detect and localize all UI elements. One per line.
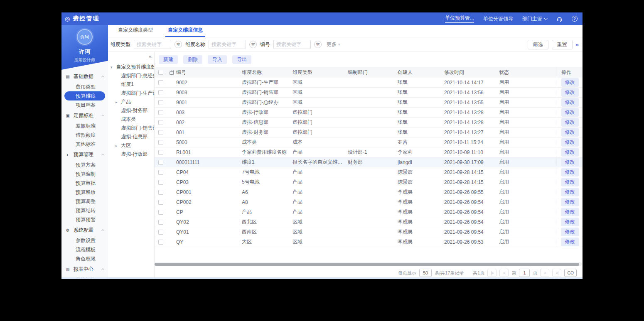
- last-page-button[interactable]: >|: [552, 269, 561, 277]
- row-checkbox[interactable]: [158, 190, 163, 195]
- tree-item[interactable]: 虚拟-财务部: [108, 106, 154, 115]
- filter-empty-button[interactable]: 空: [314, 41, 322, 48]
- table-row[interactable]: QY 大区 区域 李成昊 2021-09-26 09:53 启用 修改: [155, 237, 583, 247]
- edit-button[interactable]: 修改: [561, 138, 579, 147]
- prev-page-button[interactable]: <: [499, 269, 509, 277]
- scrollbar-thumb[interactable]: [155, 263, 579, 266]
- row-checkbox[interactable]: [158, 130, 163, 135]
- tree-item[interactable]: 成本类: [108, 115, 154, 124]
- filter-input[interactable]: [209, 40, 246, 49]
- sidebar-group-header[interactable]: ▤ 基础数据: [61, 71, 108, 82]
- filter-button[interactable]: 筛选: [528, 40, 548, 49]
- sidebar-item[interactable]: 预算释放: [61, 188, 108, 197]
- row-checkbox[interactable]: [158, 170, 163, 175]
- edit-button[interactable]: 修改: [561, 148, 579, 157]
- sidebar-item[interactable]: 角色权限: [61, 254, 108, 263]
- row-checkbox[interactable]: [158, 100, 163, 105]
- table-row[interactable]: QY01 西南区 区域 李成昊 2021-09-26 09:54 启用 修改: [155, 227, 583, 237]
- sidebar-group-header[interactable]: ▣ 定额标准: [61, 110, 108, 121]
- table-row[interactable]: 000011111 维度1 很长名字的自定义维度43 财务部 jiangdi 2…: [155, 157, 583, 167]
- table-row[interactable]: 001 虚拟-财务部 虚拟部门 张飘 2021-10-14 13:27 启用 修…: [155, 127, 583, 137]
- sidebar-item[interactable]: 流程模板: [61, 245, 108, 254]
- sidebar-item[interactable]: 预算审批: [61, 179, 108, 188]
- edit-button[interactable]: 修改: [561, 108, 579, 117]
- edit-button[interactable]: 修改: [561, 178, 579, 186]
- edit-button[interactable]: 修改: [561, 78, 579, 87]
- topbar-role-link[interactable]: 单位预算管...: [445, 14, 474, 24]
- tree-item[interactable]: 虚拟部门-总经办: [108, 71, 154, 80]
- row-checkbox[interactable]: [158, 180, 163, 185]
- sidebar-item[interactable]: 预算结转: [61, 206, 108, 215]
- tree-item[interactable]: 虚拟-信息部: [108, 132, 154, 141]
- table-row[interactable]: CP001 A6 产品 李成昊 2021-09-26 09:55 启用 修改: [155, 187, 583, 197]
- tab[interactable]: 自定义维度信息: [165, 27, 205, 37]
- filter-input[interactable]: [273, 40, 311, 49]
- table-row[interactable]: 9003 虚拟部门-销售部 区域 张飘 2021-10-14 13:56 启用 …: [155, 88, 583, 98]
- table-row[interactable]: CP04 7号电池 产品 陈景霞 2021-09-28 14:15 启用 修改: [155, 167, 583, 177]
- help-icon[interactable]: ?: [572, 16, 578, 22]
- edit-button[interactable]: 修改: [561, 168, 579, 176]
- table-row[interactable]: 9001 虚拟部门-总经办 区域 张飘 2021-10-14 13:55 启用 …: [155, 98, 583, 108]
- edit-button[interactable]: 修改: [561, 238, 579, 246]
- row-checkbox[interactable]: [158, 140, 163, 145]
- row-checkbox[interactable]: [158, 110, 163, 115]
- tree-item[interactable]: 虚拟部门-销售部: [108, 124, 154, 132]
- sidebar-item[interactable]: 差旅标准: [61, 121, 108, 130]
- row-checkbox[interactable]: [158, 220, 163, 225]
- edit-button[interactable]: 修改: [561, 188, 579, 196]
- tree-item[interactable]: 虚拟-行政部: [108, 150, 154, 159]
- go-button[interactable]: GO: [564, 269, 577, 277]
- filter-empty-button[interactable]: 空: [249, 41, 257, 48]
- reset-button[interactable]: 重置: [552, 40, 573, 49]
- tree-item[interactable]: ▸ 大区: [108, 141, 154, 150]
- tree-item[interactable]: 维度1: [108, 80, 154, 89]
- edit-button[interactable]: 修改: [561, 198, 579, 206]
- topbar-role-link[interactable]: 部门主管: [522, 15, 547, 23]
- sidebar-item[interactable]: 预算维度: [64, 91, 105, 100]
- filter-empty-button[interactable]: 空: [175, 41, 182, 48]
- tab[interactable]: 自定义维度类型: [116, 27, 155, 37]
- row-checkbox[interactable]: [158, 200, 163, 205]
- table-row[interactable]: CP002 A8 产品 李成昊 2021-09-26 09:54 启用 修改: [155, 197, 583, 207]
- row-checkbox[interactable]: [158, 80, 163, 85]
- more-filters-button[interactable]: 更多 ▾: [327, 41, 340, 48]
- row-checkbox[interactable]: [158, 120, 163, 125]
- filter-input[interactable]: [134, 40, 171, 49]
- table-row[interactable]: 5000 成本类 成本 罗茜 2021-10-11 15:24 启用 修改: [155, 137, 583, 147]
- sidebar-item[interactable]: 预算预警: [61, 215, 108, 224]
- toolbar-button[interactable]: 新建: [159, 55, 178, 64]
- sidebar-item[interactable]: 借款额度: [61, 130, 108, 140]
- table-row[interactable]: 002 虚拟-信息部 虚拟部门 张飘 2021-10-14 13:28 启用 修…: [155, 118, 583, 127]
- collapse-tree-icon[interactable]: «: [149, 54, 152, 59]
- row-checkbox[interactable]: [158, 160, 163, 165]
- row-checkbox[interactable]: [158, 230, 163, 235]
- row-checkbox[interactable]: [158, 210, 163, 215]
- table-row[interactable]: 9002 虚拟部门-生产部 区域 张飘 2021-10-14 14:17 启用 …: [155, 78, 583, 88]
- sidebar-item[interactable]: 预算编制: [61, 169, 108, 179]
- table-row[interactable]: CP 产品 产品 李成昊 2021-09-26 09:54 启用 修改: [155, 207, 583, 217]
- edit-button[interactable]: 修改: [561, 88, 579, 97]
- page-input[interactable]: 1: [519, 269, 530, 277]
- sidebar-item[interactable]: 费用类型: [61, 82, 108, 91]
- table-row[interactable]: CP03 5号电池 产品 陈景霞 2021-09-28 14:15 启用 修改: [155, 177, 583, 187]
- toolbar-button[interactable]: 删除: [183, 55, 202, 64]
- sidebar-item[interactable]: 预算调整: [61, 197, 108, 206]
- sidebar-group-header[interactable]: ▥ 报表中心: [61, 263, 108, 275]
- toolbar-button[interactable]: 导出: [232, 55, 251, 64]
- sidebar-item[interactable]: 参数设置: [61, 236, 108, 245]
- topbar-role-link[interactable]: 单位分管领导: [483, 15, 513, 23]
- edit-button[interactable]: 修改: [561, 218, 579, 226]
- sidebar-item[interactable]: 其他标准: [61, 140, 108, 149]
- sidebar-group-header[interactable]: ⚙ 系统配置: [61, 224, 108, 236]
- per-page-value[interactable]: 50: [419, 269, 432, 277]
- select-all-checkbox[interactable]: [158, 70, 163, 75]
- expand-filters-icon[interactable]: »: [576, 42, 578, 48]
- headset-icon[interactable]: [556, 16, 563, 22]
- row-checkbox[interactable]: [158, 240, 163, 245]
- next-page-button[interactable]: >: [540, 269, 549, 277]
- avatar[interactable]: 许珂: [77, 29, 93, 45]
- row-checkbox[interactable]: [158, 150, 163, 155]
- toolbar-button[interactable]: 导入: [208, 55, 227, 64]
- edit-button[interactable]: 修改: [561, 208, 579, 216]
- row-checkbox[interactable]: [158, 90, 163, 95]
